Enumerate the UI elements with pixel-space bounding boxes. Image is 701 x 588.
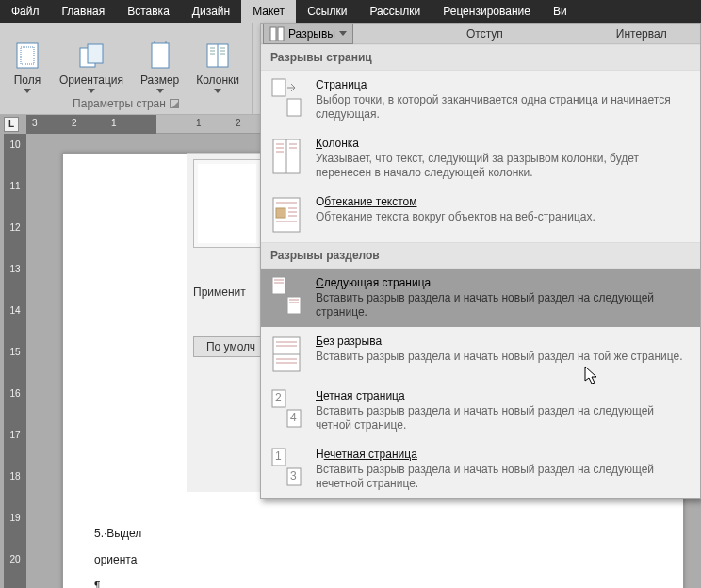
tab-selector[interactable]: L [4,117,19,132]
chevron-down-icon [339,31,347,36]
break-option[interactable]: 13Нечетная страницаВставить разрыв разде… [261,440,700,498]
break-option[interactable]: Обтекание текстомОбтекание текста вокруг… [261,188,700,242]
chevron-down-icon [24,89,31,93]
svg-rect-13 [270,27,276,41]
break-option[interactable]: Без разрываВставить разрыв раздела и нач… [261,327,700,382]
svg-text:4: 4 [290,411,297,424]
menubar: ФайлГлавнаяВставкаДизайнМакетСсылкиРассы… [0,0,701,23]
option-title: Нечетная страница [316,448,691,461]
chevron-down-icon [88,89,95,93]
menu-макет[interactable]: Макет [241,0,296,23]
option-description: Обтекание текста вокруг объектов на веб-… [316,210,595,224]
menu-ссылки[interactable]: Ссылки [296,0,358,23]
menu-рецензирование[interactable]: Рецензирование [432,0,542,23]
breaks-dropdown-button[interactable]: Разрывы [263,24,353,44]
chevron-down-icon [156,89,164,93]
break-option-icon [270,276,302,316]
break-option-icon [270,195,302,235]
option-description: Вставить разрыв раздела и начать новый р… [316,404,691,433]
dialog-launcher-icon[interactable] [170,99,179,108]
breaks-dropdown: Разрывы Отступ Интервал Разрывы страниц … [260,23,701,499]
menu-вставка[interactable]: Вставка [116,0,181,23]
vertical-ruler[interactable]: 1011121314151617181920 [4,134,26,588]
svg-rect-3 [88,44,103,63]
break-option[interactable]: 24Четная страницаВставить разрыв раздела… [261,382,700,440]
size-button[interactable]: Размер [137,39,183,95]
interval-label-dd: Интервал [616,27,667,41]
option-description: Вставить разрыв раздела и начать новый р… [316,291,691,319]
break-option[interactable]: СтраницаВыбор точки, в которой заканчива… [261,71,700,129]
mouse-cursor-icon [584,366,601,386]
option-title: Страница [316,78,691,91]
svg-rect-15 [272,79,285,96]
break-option[interactable]: КолонкаУказывает, что текст, следующий з… [261,129,700,188]
page-setup-group: ПоляОриентацияРазмерКолонки Параметры ст… [0,23,253,114]
break-option-icon [270,137,302,176]
svg-text:3: 3 [290,469,297,482]
option-description: Выбор точки, в которой заканчивается одн… [316,93,691,122]
menu-файл[interactable]: Файл [0,0,51,23]
svg-text:2: 2 [275,391,282,404]
columns-button[interactable]: Колонки [192,39,243,95]
indent-label-dd: Отступ [466,27,503,41]
section-section-breaks: Разрывы разделов [261,242,700,269]
side-pane: Применит По умолч [187,153,260,492]
option-title: Без разрыва [316,335,683,348]
break-option-icon: 13 [270,448,302,487]
option-description: Вставить разрыв раздела и начать новый р… [316,463,691,491]
doc-line: 5.·Выдел [94,520,143,547]
margins-icon [12,41,42,71]
option-title: Колонка [316,137,691,150]
group-label: Параметры стран [73,97,166,110]
option-description: Вставить разрыв раздела и начать новый р… [316,350,683,364]
menu-дизайн[interactable]: Дизайн [181,0,241,23]
option-title: Четная страница [316,389,691,402]
break-option-icon [270,78,302,118]
svg-rect-4 [152,43,169,68]
default-button[interactable]: По умолч [193,336,260,357]
size-icon [145,41,175,71]
svg-text:1: 1 [275,449,282,463]
svg-rect-25 [276,208,285,218]
margins-button[interactable]: Поля [8,39,46,95]
break-option[interactable]: Следующая страницаВставить разрыв раздел… [261,269,700,327]
apply-label: Применит [193,286,254,299]
svg-rect-16 [287,99,301,116]
option-description: Указывает, что текст, следующий за разры… [316,152,691,180]
orient-button[interactable]: Ориентация [56,39,127,95]
section-page-breaks: Разрывы страниц [261,44,700,71]
menu-ви[interactable]: Ви [542,0,579,23]
svg-rect-14 [278,27,284,41]
columns-icon [203,41,233,71]
breaks-icon [269,26,285,41]
doc-line: ¶ [94,573,143,588]
orient-icon [76,41,106,71]
menu-главная[interactable]: Главная [51,0,117,23]
page-preview [193,159,260,248]
break-option-icon [270,335,302,374]
option-title: Следующая страница [316,276,691,289]
document-text: 5.·Выделориента¶Способ·21.·Постанеобход [94,520,143,588]
menu-рассылки[interactable]: Рассылки [358,0,432,23]
break-option-icon: 24 [270,389,302,429]
option-title: Обтекание текстом [316,195,595,208]
doc-line: ориента [94,547,143,573]
chevron-down-icon [214,89,221,93]
